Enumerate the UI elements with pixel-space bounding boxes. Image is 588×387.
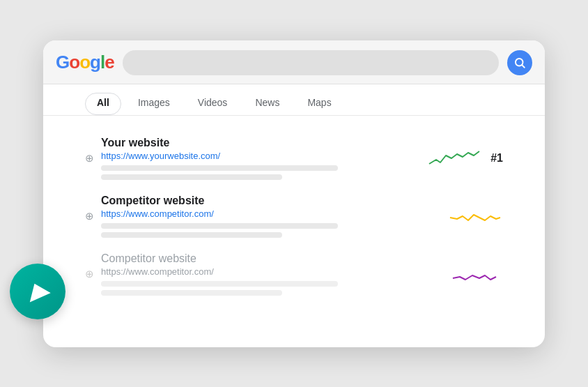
tab-news[interactable]: News	[244, 93, 291, 115]
sparkline-green	[426, 146, 482, 171]
nav-tabs: All Images Videos News Maps	[43, 84, 545, 116]
result-line-2b	[101, 232, 282, 238]
result-title-2[interactable]: Competitor website	[101, 195, 436, 207]
result-title-1[interactable]: Your website	[101, 137, 415, 149]
result-row-2: ⊕ Competitor website https://www.competi…	[85, 185, 503, 243]
rank-badge-1: #1	[490, 152, 503, 165]
logo-o2: o	[79, 52, 90, 73]
result-url-1[interactable]: https://www.yourwebsite.com/	[101, 151, 415, 161]
result-line-3a	[101, 281, 338, 287]
tab-maps[interactable]: Maps	[296, 93, 342, 115]
tab-videos[interactable]: Videos	[187, 93, 239, 115]
bing-logo: ▶	[10, 264, 65, 319]
result-title-3[interactable]: Competitor website	[101, 252, 436, 265]
logo-g: G	[56, 52, 69, 73]
globe-icon-3: ⊕	[85, 268, 94, 280]
result-row-3: ⊕ Competitor website https://www.competi…	[85, 243, 503, 301]
result-content-3: Competitor website https://www.competito…	[101, 252, 436, 296]
logo-e: e	[105, 52, 114, 73]
sparkline-purple	[447, 261, 503, 287]
result-row-1: ⊕ Your website https://www.yourwebsite.c…	[85, 127, 503, 185]
result-url-2[interactable]: https://www.competitor.com/	[101, 208, 436, 219]
result-chart-2	[447, 204, 503, 229]
search-button[interactable]	[507, 50, 532, 75]
result-chart-1: #1	[426, 146, 503, 171]
result-lines-2	[101, 223, 436, 238]
browser-window: ▶ Google All Images Videos News Maps ⊕ Y…	[43, 40, 545, 347]
result-url-3[interactable]: https://www.competitor.com/	[101, 266, 436, 277]
tab-images[interactable]: Images	[127, 93, 181, 115]
result-chart-3	[447, 261, 503, 287]
result-line-2a	[101, 223, 338, 229]
google-logo: Google	[56, 52, 114, 73]
browser-top-bar: Google	[43, 40, 545, 84]
result-line-1a	[101, 165, 338, 171]
logo-o1: o	[69, 52, 79, 73]
results-area: ⊕ Your website https://www.yourwebsite.c…	[43, 116, 545, 314]
result-content-2: Competitor website https://www.competito…	[101, 195, 436, 238]
tab-all[interactable]: All	[85, 93, 121, 115]
svg-line-1	[522, 65, 524, 67]
globe-icon-2: ⊕	[85, 210, 94, 222]
logo-g2: g	[90, 52, 100, 73]
bing-b-letter: ▶	[31, 278, 48, 305]
result-lines-1	[101, 165, 415, 180]
result-content-1: Your website https://www.yourwebsite.com…	[101, 137, 415, 180]
search-icon	[513, 56, 526, 69]
search-bar[interactable]	[123, 50, 499, 75]
sparkline-orange	[447, 204, 503, 229]
globe-icon-1: ⊕	[85, 152, 94, 165]
result-line-1b	[101, 174, 282, 180]
result-lines-3	[101, 281, 436, 296]
result-line-3b	[101, 290, 282, 296]
